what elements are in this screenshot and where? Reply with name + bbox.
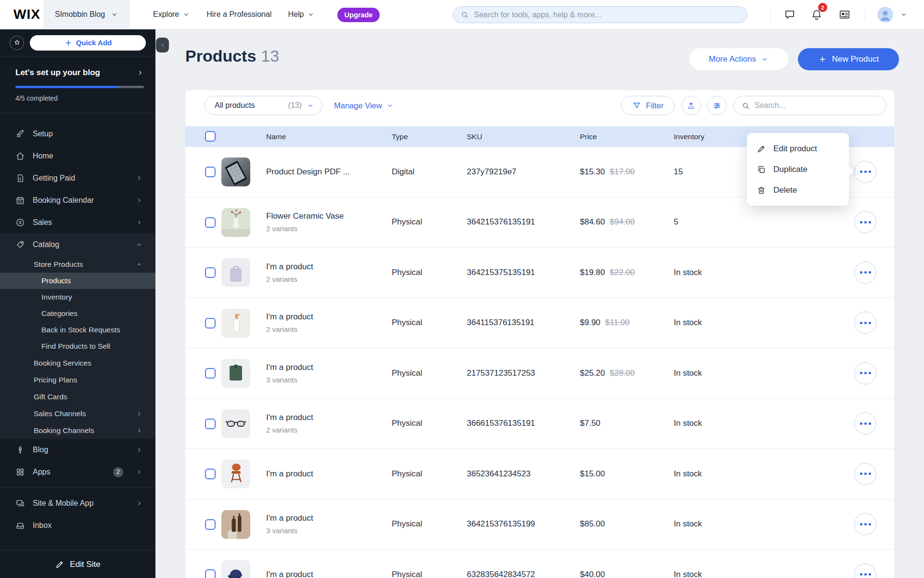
new-product-button[interactable]: New Product (798, 48, 899, 70)
sidebar-item-sales-channels[interactable]: Sales Channels (0, 405, 155, 422)
table-row[interactable]: I'm a product3 variantsPhysical364215376… (185, 499, 894, 550)
column-header-type[interactable]: Type (392, 126, 408, 147)
product-inventory-cell: In stock (674, 570, 702, 578)
sidebar-item-gift-cards[interactable]: Gift Cards (0, 388, 155, 405)
sidebar-item-label: Pricing Plans (34, 376, 77, 384)
sidebar-item-categories[interactable]: Categories (0, 305, 155, 322)
row-actions-button[interactable] (854, 312, 876, 334)
global-search[interactable] (453, 6, 747, 23)
row-actions-button[interactable] (854, 412, 876, 434)
row-actions-button[interactable] (854, 262, 876, 284)
sidebar-item-find-products-to-sell[interactable]: Find Products to Sell (0, 338, 155, 355)
product-thumbnail (221, 208, 250, 237)
row-checkbox[interactable] (205, 519, 216, 530)
more-actions-button[interactable]: More Actions (689, 48, 788, 70)
product-name: Flower Ceramic Vase (266, 211, 344, 221)
sidebar-item-catalog[interactable]: Catalog (0, 234, 155, 256)
view-filter-dropdown[interactable]: All products (13) (205, 96, 322, 115)
row-checkbox[interactable] (205, 469, 216, 479)
context-menu-item-edit-product[interactable]: Edit product (747, 138, 849, 159)
avatar[interactable] (877, 7, 893, 23)
topbar-nav-explore[interactable]: Explore (153, 10, 190, 19)
sidebar-item-setup[interactable]: Setup (0, 123, 155, 145)
quick-add-button[interactable]: Quick Add (30, 35, 146, 51)
price: $25.20 (580, 368, 605, 378)
table-row[interactable]: I'm a product2 variantsPhysical364215375… (185, 248, 894, 298)
sidebar-item-site-mobile-app[interactable]: Site & Mobile App (0, 492, 155, 514)
column-header-name[interactable]: Name (266, 126, 286, 147)
product-name-cell[interactable]: I'm a product (266, 469, 313, 479)
product-name-cell[interactable]: Flower Ceramic Vase2 variants (266, 211, 344, 233)
account-chevron-down-icon[interactable] (900, 11, 908, 18)
table-settings-button[interactable] (707, 96, 727, 115)
sidebar-item-sales[interactable]: $Sales (0, 211, 155, 234)
sidebar-item-blog[interactable]: Blog (0, 439, 155, 461)
table-search[interactable] (733, 96, 886, 115)
table-row[interactable]: I'm a product2 variantsPhysical364115376… (185, 298, 894, 349)
row-actions-button[interactable] (854, 161, 876, 183)
row-checkbox[interactable] (205, 267, 216, 278)
edit-site-button[interactable]: Edit Site (0, 550, 155, 578)
row-checkbox[interactable] (205, 368, 216, 379)
sidebar-item-back-in-stock-requests[interactable]: Back in Stock Requests (0, 322, 155, 338)
upgrade-button[interactable]: Upgrade (337, 8, 380, 22)
sidebar-item-inventory[interactable]: Inventory (0, 289, 155, 305)
column-header-inventory[interactable]: Inventory (674, 126, 705, 147)
row-checkbox[interactable] (205, 569, 216, 578)
row-actions-button[interactable] (854, 211, 876, 233)
table-row[interactable]: I'm a product2 variantsPhysical366615376… (185, 399, 894, 449)
context-menu-item-duplicate[interactable]: Duplicate (747, 159, 849, 180)
filter-button[interactable]: Filter (621, 96, 675, 115)
select-all-checkbox[interactable] (205, 131, 216, 142)
sidebar-divider (0, 487, 155, 488)
table-toolbar: All products (13) Manage View (205, 96, 394, 115)
table-search-input[interactable] (755, 101, 879, 110)
product-name-cell[interactable]: I'm a product3 variants (266, 363, 313, 384)
chat-icon[interactable] (783, 8, 796, 21)
sidebar-item-home[interactable]: Home (0, 145, 155, 167)
setup-checklist-card[interactable]: Let's set up your blog 4/5 completed (0, 56, 155, 113)
product-name-cell[interactable]: Product Design PDF ... (266, 167, 350, 177)
context-menu-item-delete[interactable]: Delete (747, 180, 849, 200)
product-name-cell[interactable]: I'm a product3 variants (266, 513, 313, 535)
sidebar-item-products[interactable]: Products (0, 273, 155, 289)
row-checkbox[interactable] (205, 318, 216, 328)
news-icon[interactable] (838, 8, 851, 21)
sidebar-collapse-button[interactable] (156, 38, 169, 53)
row-checkbox[interactable] (205, 217, 216, 228)
export-button[interactable] (681, 96, 701, 115)
product-inventory-cell: In stock (674, 519, 702, 529)
sidebar-item-apps[interactable]: Apps2 (0, 461, 155, 483)
product-inventory-cell: 5 (674, 217, 678, 227)
wix-logo[interactable]: WIX (13, 7, 40, 22)
topbar-nav-hire-a-professional[interactable]: Hire a Professional (206, 10, 271, 19)
topbar-nav-help[interactable]: Help (288, 10, 315, 19)
sidebar-item-booking-services[interactable]: Booking Services (0, 355, 155, 371)
product-name-cell[interactable]: I'm a product2 variants (266, 312, 313, 333)
global-search-input[interactable] (474, 11, 740, 19)
table-row[interactable]: I'm a productPhysical36523641234523$15.0… (185, 449, 894, 499)
sidebar-item-store-products[interactable]: Store Products (0, 256, 155, 273)
sidebar-item-booking-channels[interactable]: Booking Channels (0, 422, 155, 439)
product-name-cell[interactable]: I'm a product2 variants (266, 262, 313, 283)
product-inventory-cell: In stock (674, 368, 702, 378)
column-header-price[interactable]: Price (580, 126, 597, 147)
row-actions-button[interactable] (854, 463, 876, 485)
product-name-cell[interactable]: I'm a product2 variants (266, 413, 313, 434)
row-checkbox[interactable] (205, 419, 216, 429)
row-actions-button[interactable] (854, 362, 876, 384)
row-checkbox[interactable] (205, 167, 216, 177)
manage-view-dropdown[interactable]: Manage View (334, 101, 394, 110)
sidebar-item-booking-calendar[interactable]: Booking Calendar (0, 189, 155, 211)
table-row[interactable]: I'm a product3 variantsPhysical217537123… (185, 348, 894, 399)
row-actions-button[interactable] (854, 564, 876, 578)
product-name-cell[interactable]: I'm a product (266, 570, 313, 578)
sidebar-item-pricing-plans[interactable]: Pricing Plans (0, 371, 155, 388)
sidebar-item-getting-paid[interactable]: $Getting Paid (0, 167, 155, 189)
table-row[interactable]: I'm a productPhysical632835642834572$40.… (185, 550, 894, 578)
sidebar-item-inbox[interactable]: Inbox (0, 514, 155, 537)
column-header-sku[interactable]: SKU (467, 126, 482, 147)
row-actions-button[interactable] (854, 513, 876, 535)
favorites-star-icon[interactable] (10, 36, 24, 50)
site-selector[interactable]: SImobbin Blog (43, 0, 130, 29)
